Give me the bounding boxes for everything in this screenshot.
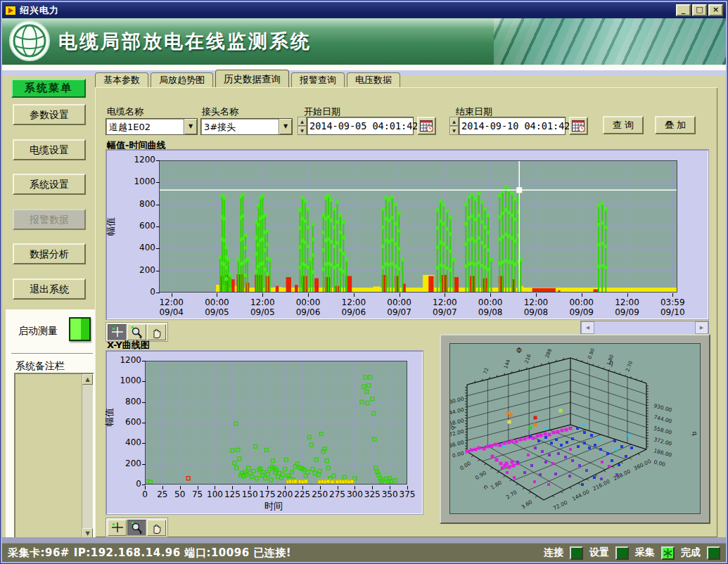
indicator-label-2: 采集 bbox=[635, 546, 655, 559]
calendar-icon bbox=[572, 120, 586, 133]
chevron-down-icon[interactable]: ▼ bbox=[184, 119, 197, 134]
start-measure-label: 启动测量 bbox=[18, 325, 58, 338]
end-date-calendar-button[interactable] bbox=[569, 117, 588, 135]
svg-text:930.00: 930.00 bbox=[653, 402, 672, 414]
x-tick-label: 00:0009/09 bbox=[561, 297, 603, 317]
tab-1[interactable]: 局放趋势图 bbox=[151, 72, 213, 87]
menu-button-0[interactable]: 参数设置 bbox=[13, 104, 86, 125]
tab-2[interactable]: 历史数据查询 bbox=[215, 70, 289, 87]
overlay-button[interactable]: 叠 加 bbox=[655, 116, 696, 134]
divider bbox=[11, 353, 93, 354]
pd-3d-chart-panel[interactable]: 930.00744.00558.00372.00186.000.00930.00… bbox=[440, 334, 710, 524]
y-tick-label: 800 bbox=[127, 199, 155, 209]
tab-4[interactable]: 电压数据 bbox=[347, 72, 400, 87]
x-tick-label: 00:0009/05 bbox=[196, 297, 238, 317]
start-date-spinner[interactable]: ▲▼ bbox=[298, 117, 307, 135]
start-measure-led[interactable] bbox=[69, 317, 91, 341]
query-button[interactable]: 查 询 bbox=[603, 116, 644, 134]
pan-tool-button[interactable] bbox=[147, 520, 166, 536]
company-logo-icon bbox=[9, 20, 50, 61]
close-button[interactable]: × bbox=[708, 4, 723, 16]
y-axis-label: 幅值 bbox=[103, 408, 116, 426]
maximize-button[interactable]: □ bbox=[692, 4, 707, 16]
spin-up-icon: ▲ bbox=[449, 117, 459, 126]
amp-time-plot[interactable] bbox=[159, 160, 677, 293]
svg-text:72: 72 bbox=[483, 367, 490, 375]
amp-time-chart-panel[interactable]: 幅值 12:0009/0400:0009/0512:0009/0500:0009… bbox=[106, 149, 709, 320]
x-tick-label: 00:0009/07 bbox=[378, 297, 421, 317]
tab-3[interactable]: 报警查询 bbox=[291, 72, 345, 87]
tab-0[interactable]: 基本参数 bbox=[95, 72, 148, 87]
x-tick-mark bbox=[308, 293, 309, 297]
svg-text:288.00: 288.00 bbox=[612, 468, 632, 482]
xy-plot[interactable] bbox=[145, 361, 407, 485]
start-date-calendar-button[interactable] bbox=[417, 117, 436, 135]
pd-3d-plot[interactable]: 930.00744.00558.00372.00186.000.00930.00… bbox=[450, 344, 701, 515]
app-window: 绍兴电力 _ □ × 电缆局部放电在线监测系统 系统菜单 参数设置电缆设置系统设… bbox=[0, 0, 728, 564]
chevron-down-icon[interactable]: ▼ bbox=[279, 119, 292, 134]
start-date-value[interactable]: 2014-09-05 04:01:42 bbox=[307, 117, 414, 135]
menu-button-2[interactable]: 系统设置 bbox=[13, 174, 86, 195]
pan-tool-button[interactable] bbox=[147, 324, 166, 340]
zoom-tool-icon bbox=[130, 521, 144, 534]
crosshair-tool-button[interactable] bbox=[108, 324, 127, 340]
menu-button-1[interactable]: 电缆设置 bbox=[13, 139, 86, 160]
x-tick-mark bbox=[354, 293, 355, 297]
y-tick-mark bbox=[142, 443, 146, 444]
zoom-tool-button[interactable] bbox=[127, 324, 146, 340]
cable-name-select[interactable]: 道越1E02 ▼ bbox=[106, 118, 198, 135]
svg-text:2.70: 2.70 bbox=[505, 489, 518, 501]
x-axis-ticks: 12:0009/0400:0009/0512:0009/0500:0009/06… bbox=[159, 293, 677, 319]
system-menu-header: 系统菜单 bbox=[11, 79, 86, 98]
svg-text:1.80: 1.80 bbox=[490, 479, 503, 491]
end-date-spinner[interactable]: ▲▼ bbox=[449, 117, 459, 135]
x-tick-mark bbox=[172, 293, 172, 297]
x-tick-label: 12:0009/06 bbox=[333, 297, 375, 317]
title-bar[interactable]: 绍兴电力 _ □ × bbox=[2, 2, 726, 18]
x-axis-label: 时间 bbox=[264, 500, 283, 513]
y-tick-label: 1200 bbox=[127, 155, 155, 165]
notes-label: 系统备注栏 bbox=[15, 360, 65, 373]
x-tick-mark bbox=[582, 293, 582, 297]
joint-name-select[interactable]: 3#接头 ▼ bbox=[200, 118, 293, 135]
x-tick-label: 375 bbox=[386, 489, 428, 499]
x-tick-mark bbox=[672, 293, 673, 297]
zoom-tool-button[interactable] bbox=[127, 520, 146, 536]
notes-scrollbar[interactable]: ▲ ▼ bbox=[82, 374, 93, 539]
indicator-led-0 bbox=[570, 546, 583, 560]
x-tick-mark bbox=[217, 293, 217, 297]
svg-text:144: 144 bbox=[503, 359, 511, 370]
scroll-up-icon[interactable]: ▲ bbox=[82, 374, 93, 385]
chart-hscrollbar[interactable]: ◀ ▶ bbox=[580, 321, 709, 335]
end-date-field[interactable]: ▲▼ 2014-09-10 04:01:42 bbox=[449, 117, 566, 135]
y-axis-label: 幅值 bbox=[105, 217, 117, 236]
x-tick-label: 00:0009/06 bbox=[287, 297, 329, 317]
notes-textarea[interactable]: ▲ ▼ bbox=[14, 373, 94, 540]
x-tick-label: 12:0009/04 bbox=[151, 297, 193, 317]
zoom-tool-icon bbox=[130, 326, 144, 339]
x-tick-label: 00:0009/08 bbox=[469, 297, 511, 317]
banner-art bbox=[494, 18, 726, 65]
menu-button-5[interactable]: 退出系统 bbox=[13, 278, 86, 300]
svg-text:930.00: 930.00 bbox=[450, 395, 465, 406]
svg-text:72.00: 72.00 bbox=[552, 499, 568, 512]
svg-text:144.00: 144.00 bbox=[571, 488, 591, 502]
svg-text:744.00: 744.00 bbox=[450, 406, 465, 418]
y-tick-label: 400 bbox=[116, 437, 141, 447]
svg-text:360.00: 360.00 bbox=[633, 458, 653, 472]
joint-name-value: 3#接头 bbox=[201, 119, 279, 134]
pan-tool-icon bbox=[150, 326, 164, 339]
end-date-value[interactable]: 2014-09-10 04:01:42 bbox=[459, 117, 566, 135]
svg-text:216: 216 bbox=[524, 353, 532, 364]
y-tick-mark bbox=[156, 226, 160, 227]
scroll-left-icon[interactable]: ◀ bbox=[581, 321, 594, 334]
menu-button-4[interactable]: 数据分析 bbox=[13, 243, 86, 264]
y-tick-mark bbox=[142, 402, 146, 403]
scroll-right-icon[interactable]: ▶ bbox=[695, 321, 708, 334]
start-date-field[interactable]: ▲▼ 2014-09-05 04:01:42 bbox=[298, 117, 414, 135]
minimize-button[interactable]: _ bbox=[676, 4, 691, 16]
y-tick-mark bbox=[142, 464, 146, 465]
xy-chart-panel[interactable]: 幅值 0255075100125150175200225250275300325… bbox=[106, 350, 423, 515]
crosshair-tool-button[interactable] bbox=[108, 520, 127, 536]
y-tick-label: 1200 bbox=[116, 355, 141, 365]
